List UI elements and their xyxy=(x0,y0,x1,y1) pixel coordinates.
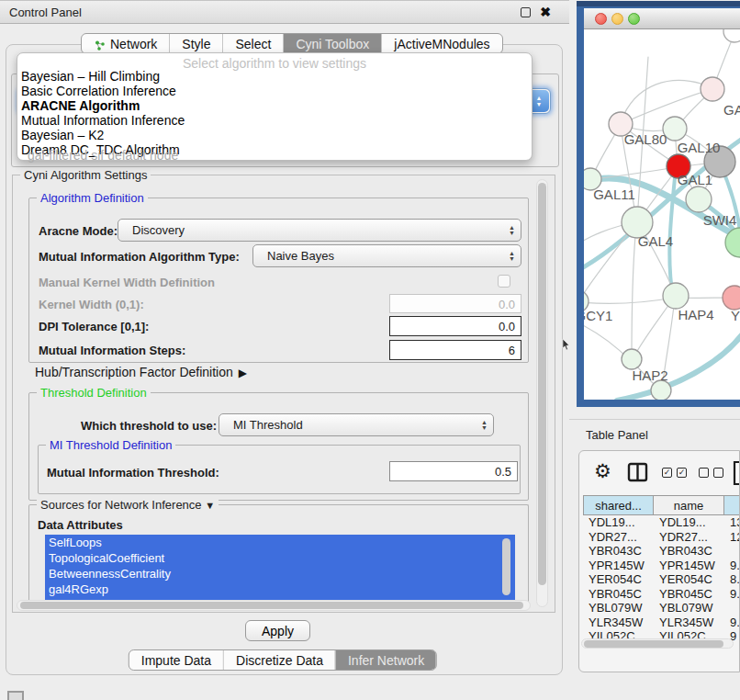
panel-corner-button[interactable] xyxy=(7,691,24,700)
which-threshold-combo[interactable]: MI Threshold ▲▼ xyxy=(219,413,494,436)
dpi-tolerance-field[interactable]: 0.0 xyxy=(389,316,521,336)
data-attribute-item[interactable]: BetweennessCentrality xyxy=(45,566,515,581)
table-row[interactable]: YER054CYER054C8. xyxy=(583,572,740,587)
algorithm-popup-item[interactable]: ARACNE Algorithm xyxy=(17,98,532,113)
node-label: GAL80 xyxy=(624,131,667,147)
node-label: GAL10 xyxy=(678,140,721,155)
aracne-mode-combo[interactable]: Discovery ▲▼ xyxy=(118,219,521,242)
settings-horizontal-scrollbar[interactable] xyxy=(17,600,531,611)
manual-kernel-label: Manual Kernel Width Definition xyxy=(39,276,215,289)
threshold-definition-title: Threshold Definition xyxy=(37,386,151,400)
checked-column-icon[interactable]: ✓ xyxy=(662,468,672,478)
hub-definition-label: Hub/Transcription Factor Definition xyxy=(35,365,233,379)
mi-type-combo[interactable]: Naive Bayes ▲▼ xyxy=(252,244,521,267)
table-horizontal-scrollbar[interactable] xyxy=(581,638,734,649)
scrollbar-thumb[interactable] xyxy=(584,640,723,648)
tab-impute-data[interactable]: Impute Data xyxy=(129,650,223,670)
mi-threshold-field[interactable]: 0.5 xyxy=(389,461,518,481)
table-cell: YLR345W xyxy=(654,615,724,630)
table-row[interactable]: YDR27...YDR27...12 xyxy=(583,530,740,545)
expanded-arrow-icon[interactable]: ▼ xyxy=(205,500,215,511)
settings-vertical-scrollbar[interactable] xyxy=(536,179,548,607)
column-header[interactable] xyxy=(724,495,740,515)
unchecked-column-icon[interactable] xyxy=(713,468,723,478)
tab-discretize-data[interactable]: Discretize Data xyxy=(223,650,335,670)
table-row[interactable]: YBL079WYBL079W xyxy=(583,601,740,615)
column-header[interactable]: name xyxy=(654,495,724,515)
split-columns-icon[interactable] xyxy=(627,462,649,484)
gear-icon[interactable]: ⚙ xyxy=(594,460,611,482)
mi-type-label: Mutual Information Algorithm Type: xyxy=(39,250,240,264)
which-threshold-label: Which threshold to use: xyxy=(81,419,217,433)
table-panel-titlebar: Table Panel xyxy=(569,419,740,446)
network-node[interactable] xyxy=(723,286,740,310)
scrollbar-thumb[interactable] xyxy=(538,183,546,585)
data-attribute-item[interactable]: TopologicalCoefficient xyxy=(45,550,515,566)
kernel-width-field[interactable]: 0.0 xyxy=(389,294,521,313)
tab-jactivemnodules[interactable]: jActiveMNodules xyxy=(381,34,501,53)
algorithm-popup-item[interactable]: Mutual Information Inference xyxy=(17,113,532,128)
algorithm-popup-item[interactable]: Basic Correlation Inference xyxy=(17,84,532,98)
network-node[interactable] xyxy=(686,186,712,212)
algorithm-popup-item[interactable]: Bayesian – Hill Climbing xyxy=(17,69,532,84)
network-node[interactable] xyxy=(663,283,689,309)
float-window-icon[interactable] xyxy=(521,7,531,17)
network-node[interactable] xyxy=(723,29,740,42)
network-edge[interactable] xyxy=(632,225,636,357)
tab-label: Network xyxy=(110,37,157,51)
tab-cyni-toolbox[interactable]: Cyni Toolbox xyxy=(283,34,381,53)
tab-style[interactable]: Style xyxy=(169,34,222,53)
table-row[interactable]: YDL19...YDL19...13 xyxy=(583,515,740,530)
popup-placeholder: Select algorithm to view settings xyxy=(17,56,532,69)
zoom-traffic-light-icon[interactable] xyxy=(628,13,640,25)
tab-select[interactable]: Select xyxy=(222,34,283,53)
tab-infer-network[interactable]: Infer Network xyxy=(335,650,436,670)
network-source-combo-text: gal-filtered sif default node xyxy=(28,148,178,163)
close-icon[interactable]: ✖ xyxy=(540,5,551,19)
table-row[interactable]: YBR043CYBR043C xyxy=(583,544,740,559)
data-attribute-item[interactable]: SelfLoops xyxy=(45,535,515,550)
table-row[interactable]: YLR345WYLR345W9. xyxy=(583,615,740,630)
network-edge[interactable] xyxy=(584,298,674,303)
unchecked-column-icon[interactable] xyxy=(699,468,709,478)
table-row[interactable]: YBR045CYBR045C9. xyxy=(583,587,740,602)
algorithm-definition-fieldset: Algorithm Definition Aracne Mode: Discov… xyxy=(28,198,529,363)
mi-threshold-label: Mutual Information Threshold: xyxy=(47,466,219,480)
checked-column-icon[interactable]: ✓ xyxy=(677,468,687,478)
node-label: GAL1 xyxy=(678,172,712,187)
data-attributes-list[interactable]: SelfLoopsTopologicalCoefficientBetweenne… xyxy=(45,535,515,604)
network-edge[interactable] xyxy=(621,80,712,122)
network-node[interactable] xyxy=(651,380,671,400)
combo-stepper-icon: ▲▼ xyxy=(509,245,515,266)
hub-definition-toggle[interactable]: Hub/Transcription Factor Definition▶ xyxy=(35,365,247,379)
which-threshold-value: MI Threshold xyxy=(233,418,303,432)
tab-network[interactable]: Network xyxy=(82,34,169,53)
network-canvas[interactable]: GALGAL80GAL10GAL1GAL11SWI4GAL4GCY1HAP4YH… xyxy=(584,29,740,400)
scrollbar-thumb[interactable] xyxy=(20,602,523,609)
network-edge[interactable] xyxy=(622,89,712,123)
table-cell: YER054C xyxy=(583,572,654,587)
table-cell: YDR27... xyxy=(583,530,654,545)
node-label: GCY1 xyxy=(584,308,612,323)
mi-steps-field[interactable]: 6 xyxy=(389,340,521,360)
document-icon[interactable] xyxy=(733,460,740,486)
close-traffic-light-icon[interactable] xyxy=(595,13,607,25)
table-cell: YBL079W xyxy=(654,601,724,615)
column-header[interactable]: shared... xyxy=(583,495,654,515)
list-scrollbar-thumb[interactable] xyxy=(502,538,510,595)
network-node[interactable] xyxy=(701,77,724,101)
network-edge[interactable] xyxy=(593,167,677,179)
network-icon xyxy=(94,40,106,51)
table-cell: YDL19... xyxy=(654,515,724,530)
minimize-traffic-light-icon[interactable] xyxy=(611,13,623,25)
network-node[interactable] xyxy=(622,349,642,369)
manual-kernel-checkbox[interactable] xyxy=(498,275,510,288)
table-row[interactable]: YPR145WYPR145W9. xyxy=(583,559,740,573)
apply-button[interactable]: Apply xyxy=(245,620,310,641)
tab-label: Cyni Toolbox xyxy=(296,37,369,51)
node-label: SWI4 xyxy=(703,212,737,228)
node-label: HAP2 xyxy=(632,367,667,383)
algorithm-popup-item[interactable]: Bayesian – K2 xyxy=(17,128,532,142)
network-window-titlebar[interactable] xyxy=(584,8,740,29)
data-attribute-item[interactable]: gal4RGexp xyxy=(45,581,515,597)
